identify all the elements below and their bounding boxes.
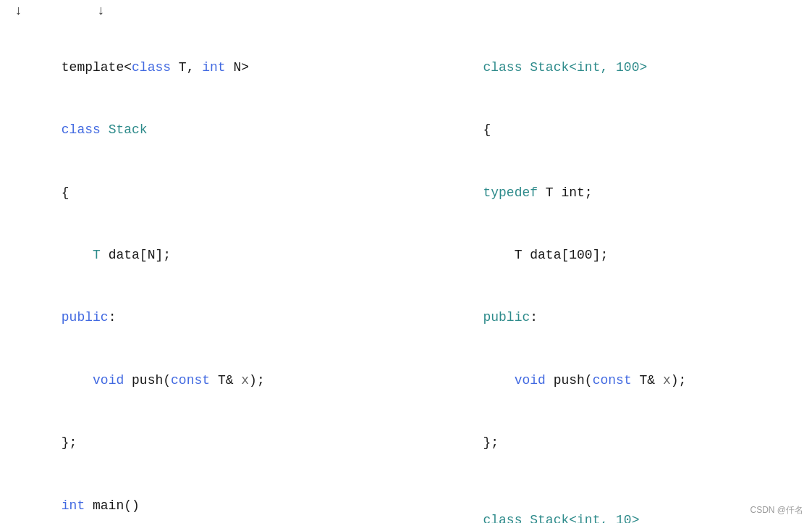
line-open-brace-1: { xyxy=(14,162,392,224)
line-void-push-100: void push(const T& x); xyxy=(420,349,798,411)
line-t-data-n: T data[N]; xyxy=(14,224,392,286)
line-public-100: public: xyxy=(420,287,798,349)
line-close-brace-semi-100: }; xyxy=(420,411,798,474)
line-class-stack-100: class Stack<int, 100> xyxy=(420,36,798,99)
left-panel: template<class T, int N> class Stack { T… xyxy=(0,29,406,523)
right-panel: class Stack<int, 100> { typedef T int; T… xyxy=(406,29,812,523)
line-int-main: int main() xyxy=(14,474,392,523)
line-public-1: public: xyxy=(14,287,392,349)
specialization-100-block: class Stack<int, 100> { typedef T int; T… xyxy=(420,36,798,474)
line-class-stack-10: class Stack<int, 10> xyxy=(420,489,798,523)
spacer xyxy=(420,474,798,489)
code-container: template<class T, int N> class Stack { T… xyxy=(0,22,812,523)
line-class-stack: class Stack xyxy=(14,99,392,161)
line-open-brace-100: { xyxy=(420,99,798,161)
line-t-data-100: T data[100]; xyxy=(420,224,798,286)
line-void-push-1: void push(const T& x); xyxy=(14,349,392,411)
line-template: template<class T, int N> xyxy=(14,36,392,99)
line-typedef-t-int: typedef T int; xyxy=(420,162,798,224)
cursor-area: ↓ ↓ xyxy=(0,0,812,22)
specialization-10-block: class Stack<int, 10> { typedef int T; T … xyxy=(420,489,798,523)
cursor-chars: ↓ ↓ xyxy=(14,1,114,22)
watermark: CSDN @仟名 xyxy=(750,503,803,517)
line-close-brace-semi-1: }; xyxy=(14,411,392,474)
